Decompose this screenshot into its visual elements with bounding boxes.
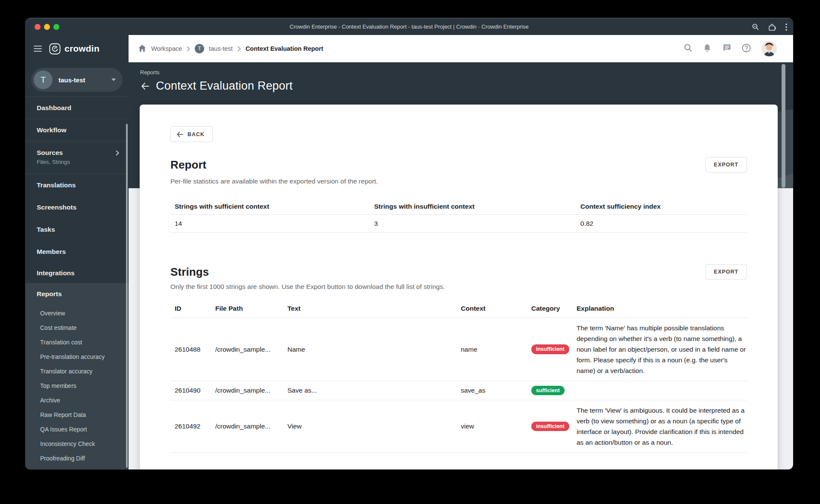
report-export-button[interactable]: EXPORT — [706, 157, 747, 172]
stat-value-index: 0.82 — [576, 220, 747, 227]
string-id: 2610490 — [170, 387, 211, 394]
sidebar-item-translation-cost[interactable]: Translation cost — [25, 335, 129, 350]
string-id: 2610488 — [170, 346, 211, 353]
back-arrow-icon — [177, 131, 183, 137]
crowdin-logo[interactable]: crowdin — [49, 43, 100, 55]
sidebar-item-raw-report-data[interactable]: Raw Report Data — [25, 408, 129, 422]
table-row: 2610488 /crowdin_sample... Name name ins… — [170, 318, 747, 381]
string-text: Save as... — [283, 387, 457, 394]
sidebar-item-reports[interactable]: Reports — [25, 288, 129, 300]
browser-menu-icon[interactable] — [785, 23, 787, 31]
sidebar-item-sources[interactable]: Sources Files, Strings — [25, 141, 129, 174]
back-arrow-icon[interactable] — [140, 81, 150, 91]
string-text: View — [283, 422, 457, 430]
sources-subtitle: Files, Strings — [25, 158, 129, 166]
string-context: save_as — [457, 387, 527, 394]
sidebar-item-proofreading-diff[interactable]: Proofreading Diff — [25, 451, 129, 466]
breadcrumb-project-avatar[interactable]: T — [195, 44, 204, 53]
sidebar-item-workflow[interactable]: Workflow — [25, 119, 129, 141]
browser-tab-title: Crowdin Enterprise - Context Evaluation … — [25, 18, 793, 35]
stat-header-sufficient: Strings with sufficient context — [170, 203, 370, 210]
strings-heading: Strings — [170, 265, 209, 279]
home-icon[interactable] — [138, 44, 146, 53]
breadcrumb-project[interactable]: taus-test — [209, 45, 233, 52]
category-badge: insufficient — [531, 422, 569, 431]
sidebar-item-inconsistency-check[interactable]: Inconsistency Check — [25, 437, 129, 451]
string-explanation: The term 'Name' has multiple possible tr… — [572, 318, 747, 381]
strings-table-header: ID File Path Text Context Category Expla… — [170, 299, 747, 318]
sidebar-item-translations[interactable]: Translations — [25, 174, 129, 196]
report-subtitle: Per-file statistics are available within… — [170, 178, 747, 185]
sidebar-nav: Dashboard Workflow Sources Files, String… — [25, 96, 129, 469]
sidebar-item-translator-accuracy[interactable]: Translator accuracy — [25, 364, 129, 379]
string-id: 2610492 — [170, 422, 211, 430]
sidebar: crowdin T taus-test Dashboard Workflow S… — [25, 35, 129, 469]
screen: Crowdin Enterprise - Context Evaluation … — [0, 0, 820, 504]
string-file-path: /crowdin_sample... — [211, 422, 283, 430]
sidebar-item-archive[interactable]: Archive — [25, 393, 129, 408]
string-text: Name — [283, 346, 457, 353]
string-context: view — [457, 422, 527, 430]
table-row: 2610492 /crowdin_sample... View view ins… — [170, 400, 747, 453]
help-icon[interactable] — [742, 44, 751, 54]
strings-export-button[interactable]: EXPORT — [706, 264, 747, 280]
main-area: Reports Context Evaluation Report — [129, 35, 793, 469]
table-row: 2610490 /crowdin_sample... Save as... sa… — [170, 381, 747, 400]
sidebar-item-top-members[interactable]: Top members — [25, 379, 129, 393]
report-stats-table: Strings with sufficient context Strings … — [170, 199, 747, 233]
browser-titlebar: Crowdin Enterprise - Context Evaluation … — [25, 18, 793, 35]
strings-table: ID File Path Text Context Category Expla… — [170, 299, 747, 453]
crowdin-logo-icon — [49, 43, 61, 55]
search-icon[interactable] — [684, 44, 692, 54]
chevron-right-icon — [116, 150, 119, 157]
report-heading: Report — [170, 158, 206, 172]
sidebar-item-dashboard[interactable]: Dashboard — [25, 97, 129, 119]
report-card: BACK Report EXPORT Per-file statistics a… — [140, 105, 778, 469]
string-context: name — [457, 346, 527, 353]
project-avatar: T — [34, 70, 53, 89]
browser-window: Crowdin Enterprise - Context Evaluation … — [25, 18, 793, 469]
sidebar-item-members[interactable]: Members — [25, 241, 129, 263]
string-file-path: /crowdin_sample... — [211, 387, 283, 394]
category-badge: sufficient — [531, 386, 565, 396]
page-title: Context Evaluation Report — [156, 79, 293, 93]
sidebar-item-integrations[interactable]: Integrations — [25, 263, 129, 283]
notifications-bell-icon[interactable] — [703, 44, 712, 54]
string-explanation — [572, 381, 747, 400]
breadcrumb-workspace[interactable]: Workspace — [151, 45, 182, 52]
crowdin-wordmark: crowdin — [64, 44, 100, 54]
sidebar-scrollbar[interactable] — [126, 124, 128, 468]
page-zoom-icon[interactable] — [752, 23, 759, 31]
stat-value-sufficient: 14 — [170, 220, 370, 227]
chevron-right-icon — [237, 46, 241, 52]
hero-eyebrow: Reports — [140, 69, 160, 76]
chevron-down-icon — [111, 79, 116, 81]
stat-header-index: Context sufficiency index — [576, 203, 747, 210]
sidebar-item-tasks[interactable]: Tasks — [25, 218, 129, 241]
string-explanation: The term 'View' is ambiguous. It could b… — [572, 400, 747, 452]
stat-value-insufficient: 3 — [370, 220, 576, 227]
breadcrumb: Workspace T taus-test Context Evaluation… — [138, 44, 323, 53]
breadcrumb-bar: Workspace T taus-test Context Evaluation… — [129, 35, 793, 62]
messages-icon[interactable] — [722, 44, 731, 54]
back-button[interactable]: BACK — [170, 126, 213, 142]
sidebar-item-screenshots[interactable]: Screenshots — [25, 196, 129, 218]
sidebar-item-pre-translation-accuracy[interactable]: Pre-translation accuracy — [25, 350, 129, 364]
sidebar-section-reports: Reports Overview Cost estimate Translati… — [25, 283, 129, 469]
strings-subtitle: Only the first 1000 strings are shown. U… — [170, 283, 747, 291]
string-file-path: /crowdin_sample... — [211, 346, 283, 353]
chevron-right-icon — [187, 46, 190, 52]
sidebar-item-qa-issues-report[interactable]: QA Issues Report — [25, 422, 129, 437]
stat-header-insufficient: Strings with insufficient context — [370, 203, 576, 210]
sidebar-item-overview[interactable]: Overview — [25, 306, 129, 320]
page-scrollbar[interactable] — [782, 64, 785, 188]
category-badge: insufficient — [531, 344, 569, 354]
extensions-icon[interactable] — [768, 23, 776, 31]
sidebar-item-cost-estimate[interactable]: Cost estimate — [25, 320, 129, 335]
project-name: taus-test — [59, 76, 111, 84]
project-selector[interactable]: T taus-test — [31, 68, 123, 92]
breadcrumb-current: Context Evaluation Report — [246, 45, 323, 52]
hamburger-menu-icon[interactable] — [34, 44, 42, 53]
user-avatar[interactable] — [761, 41, 777, 56]
